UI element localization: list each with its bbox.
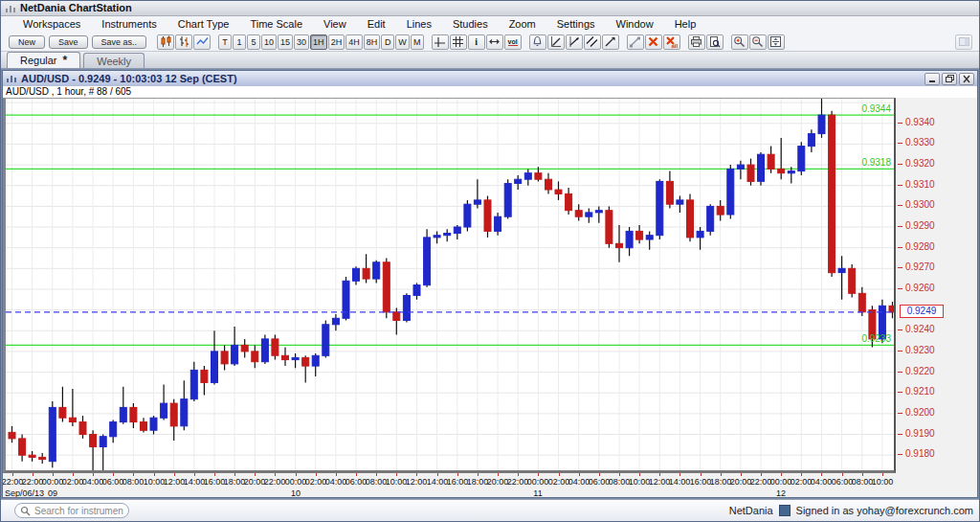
- fit-vertical-icon[interactable]: [768, 34, 785, 50]
- volume-icon[interactable]: vol: [504, 34, 522, 50]
- time-axis-label: 02:00: [548, 477, 570, 487]
- time-axis-label: 10:00: [872, 477, 894, 487]
- price-axis-label: 0.9330: [905, 138, 935, 148]
- menu-bar: WorkspacesInstrumentsChart TypeTime Scal…: [1, 16, 979, 33]
- time-axis-label: 04:00: [568, 477, 590, 487]
- date-axis-label: 11: [533, 488, 542, 497]
- time-axis-tick: [174, 473, 175, 476]
- menu-item-view[interactable]: View: [313, 16, 357, 33]
- menu-item-lines[interactable]: Lines: [396, 16, 442, 33]
- time-axis-tick: [255, 473, 256, 476]
- timeframe-button-15[interactable]: 15: [278, 34, 293, 50]
- menu-item-chart-type[interactable]: Chart Type: [167, 16, 240, 33]
- dock-panel-icon[interactable]: [955, 34, 972, 50]
- time-axis-label: 10:00: [386, 477, 408, 487]
- menu-item-instruments[interactable]: Instruments: [91, 16, 167, 33]
- timeframe-button-1[interactable]: 1: [233, 34, 246, 50]
- trend-angle-icon[interactable]: [547, 34, 565, 50]
- instrument-search-box[interactable]: [14, 503, 129, 518]
- toolbar: NewSaveSave as..T151015301H2H4H8HDWMivol…: [1, 33, 979, 52]
- price-axis-tick: [898, 351, 902, 352]
- window-close-button[interactable]: [959, 73, 974, 85]
- time-axis-label: 00:00: [770, 477, 792, 487]
- grid-icon[interactable]: [450, 34, 467, 50]
- zoom-out-icon[interactable]: [749, 34, 767, 50]
- timeframe-button-30[interactable]: 30: [294, 34, 309, 50]
- price-axis-label: 0.9300: [905, 200, 935, 210]
- menu-item-time-scale[interactable]: Time Scale: [239, 16, 313, 33]
- candlestick-chart-icon[interactable]: [157, 34, 174, 50]
- time-axis-tick: [721, 473, 722, 476]
- parallel-lines-icon[interactable]: [584, 34, 601, 50]
- timeframe-button-8h[interactable]: 8H: [364, 34, 381, 50]
- timeframe-button-5[interactable]: 5: [247, 34, 260, 50]
- timeframe-button-2h[interactable]: 2H: [328, 34, 345, 50]
- print-icon[interactable]: [688, 34, 705, 50]
- window-minimize-button[interactable]: [924, 73, 940, 85]
- menu-item-window[interactable]: Window: [606, 16, 664, 33]
- timeframe-button-t[interactable]: T: [218, 34, 232, 50]
- time-axis-label: 20:00: [487, 477, 509, 487]
- time-axis-tick: [498, 473, 499, 476]
- time-axis-label: 18:00: [710, 477, 732, 487]
- price-axis-tick: [898, 454, 902, 455]
- menu-item-help[interactable]: Help: [664, 16, 707, 33]
- horizontal-scroll-icon[interactable]: [486, 34, 503, 50]
- time-axis-label: 16:00: [204, 477, 226, 487]
- status-right: NetDania Signed in as yohay@forexcrunch.…: [729, 505, 973, 516]
- menu-item-zoom[interactable]: Zoom: [499, 16, 546, 33]
- crosshair-icon[interactable]: [432, 34, 449, 50]
- menu-item-edit[interactable]: Edit: [357, 16, 396, 33]
- menu-item-settings[interactable]: Settings: [546, 16, 606, 33]
- time-axis-tick: [376, 473, 377, 476]
- window-restore-button[interactable]: [942, 73, 957, 85]
- time-axis-tick: [538, 473, 539, 476]
- current-price-tag: 0.9249: [900, 305, 944, 318]
- ray-line-icon[interactable]: [602, 34, 619, 50]
- time-axis-tick: [33, 473, 33, 476]
- time-axis-tick: [761, 473, 762, 476]
- new-button[interactable]: New: [9, 35, 45, 49]
- time-axis-label: 06:00: [589, 477, 611, 487]
- timeframe-button-10[interactable]: 10: [261, 34, 277, 50]
- time-axis-label: 12:00: [649, 477, 671, 487]
- timeframe-button-1h[interactable]: 1H: [310, 34, 327, 50]
- timeframe-button-w[interactable]: W: [395, 34, 410, 50]
- trend-vertical-icon[interactable]: [566, 34, 583, 50]
- zoom-in-icon[interactable]: [731, 34, 748, 50]
- tab-regular[interactable]: Regular *: [7, 52, 80, 68]
- line-chart-icon[interactable]: [193, 34, 211, 50]
- timeframe-button-m[interactable]: M: [411, 34, 424, 50]
- print-preview-icon[interactable]: [706, 34, 724, 50]
- time-axis-tick: [93, 473, 94, 476]
- time-axis-label: 22:00: [264, 477, 286, 487]
- save-as-button[interactable]: Save as..: [92, 35, 147, 49]
- menu-item-workspaces[interactable]: Workspaces: [12, 16, 91, 33]
- timeframe-button-4h[interactable]: 4H: [345, 34, 363, 50]
- tab-weekly[interactable]: Weekly: [83, 53, 145, 68]
- delete-line-icon[interactable]: [645, 34, 662, 50]
- time-axis-label: 08:00: [366, 477, 388, 487]
- chart-window-title-bar[interactable]: AUD/USD - 0.9249 - 10:03:03 12 Sep (CEST…: [3, 71, 977, 86]
- time-axis-label: 02:00: [305, 477, 327, 487]
- search-input[interactable]: [34, 506, 123, 516]
- app-title-bar: NetDania ChartStation: [1, 1, 979, 16]
- info-icon[interactable]: i: [468, 34, 485, 50]
- trendline-icon[interactable]: [627, 34, 644, 50]
- save-button[interactable]: Save: [49, 35, 88, 49]
- price-axis-tick: [898, 185, 902, 186]
- timeframe-button-d[interactable]: D: [381, 34, 394, 50]
- toolbar-separator: [212, 41, 218, 42]
- time-axis-tick: [842, 473, 843, 476]
- price-axis-label: 0.9230: [905, 346, 935, 355]
- time-axis[interactable]: 22:0022:0000:0002:0004:0006:0008:0010:00…: [3, 473, 977, 497]
- alert-bell-icon[interactable]: [529, 34, 546, 50]
- svg-text:0.9233: 0.9233: [861, 333, 891, 344]
- ohlc-bars-icon[interactable]: [175, 34, 192, 50]
- menu-item-studies[interactable]: Studies: [442, 16, 499, 33]
- price-axis[interactable]: 0.93400.93300.93200.93100.93000.92900.92…: [898, 98, 977, 473]
- netdania-logo-icon: [779, 505, 791, 516]
- candlestick-plot[interactable]: 0.93440.93180.9233: [3, 98, 896, 473]
- delete-all-lines-icon[interactable]: all: [663, 34, 680, 50]
- price-axis-label: 0.9220: [905, 367, 935, 376]
